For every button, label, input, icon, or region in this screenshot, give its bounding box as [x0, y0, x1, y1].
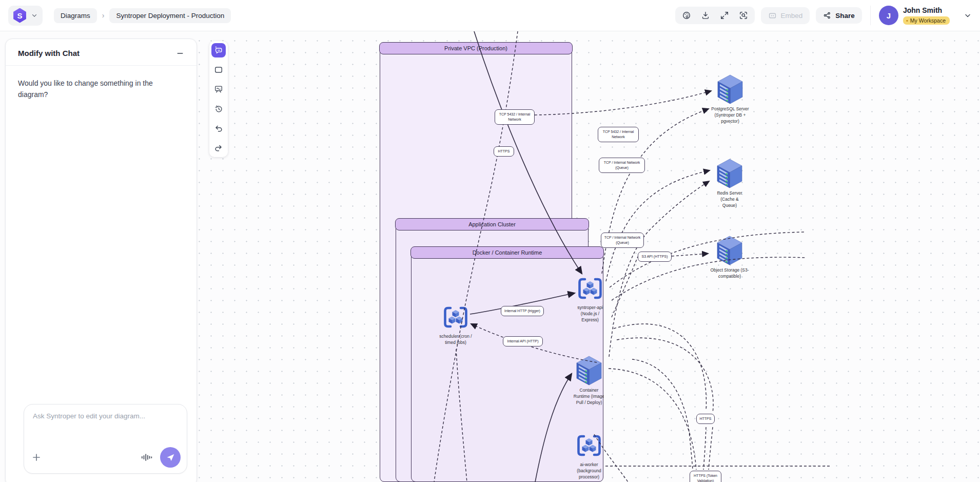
server-cube-icon: [715, 158, 744, 189]
account-chevron-icon[interactable]: [964, 11, 972, 20]
node-redis[interactable]: Redis Server (Cache & Queue): [714, 158, 746, 209]
share-button[interactable]: Share: [816, 7, 862, 24]
user-name: John Smith: [903, 6, 950, 15]
ai-chat-icon: [214, 46, 223, 55]
edge-label-internal-api[interactable]: Internal API (HTTP): [503, 336, 543, 346]
docker-node-layer: syntroper-api (Node.js / Express) schedu…: [411, 247, 604, 482]
container-cubes-icon: [442, 305, 469, 329]
undo-icon: [214, 124, 223, 133]
breadcrumb: Diagrams › Syntroper Deployment - Produc…: [54, 8, 231, 23]
server-cube-icon: [575, 355, 603, 386]
node-syntroper-api[interactable]: syntroper-api (Node.js / Express): [574, 277, 604, 323]
app-menu-button[interactable]: S: [8, 6, 43, 26]
node-label: PostgreSQL Server (Syntroper DB + pgvect…: [710, 106, 750, 125]
share-icon: [823, 11, 831, 20]
minus-icon: [176, 49, 184, 57]
server-cube-icon: [715, 235, 744, 266]
edge-label-tcp5432-1[interactable]: TCP 5432 / Internal Network: [495, 109, 535, 125]
chevron-down-icon: [31, 12, 38, 19]
node-label: Object Storage (S3-compatible): [709, 267, 750, 280]
chat-input-card: [24, 404, 187, 474]
node-postgresql[interactable]: PostgreSQL Server (Syntroper DB + pgvect…: [710, 74, 750, 125]
node-object-storage[interactable]: Object Storage (S3-compatible): [709, 235, 750, 280]
node-label: syntroper-api (Node.js / Express): [574, 305, 604, 323]
app-logo: S: [13, 8, 27, 23]
waveform-icon: [141, 452, 154, 463]
server-cube-icon: [716, 74, 744, 105]
send-icon: [166, 453, 175, 462]
avatar[interactable]: J: [879, 6, 898, 25]
container-application-cluster-title: Application Cluster: [395, 218, 589, 230]
theme-palette-icon[interactable]: [682, 11, 691, 20]
workspace-badge: • My Workspace: [903, 16, 950, 25]
modify-with-chat-panel: Modify with Chat Would you like to chang…: [5, 38, 197, 482]
chat-input[interactable]: [33, 412, 177, 444]
node-label: Redis Server (Cache & Queue): [714, 190, 746, 209]
workspace-label: My Workspace: [910, 17, 946, 24]
breadcrumb-diagrams[interactable]: Diagrams: [54, 8, 97, 23]
breadcrumb-separator: ›: [102, 11, 105, 20]
voice-input-button[interactable]: [141, 452, 154, 463]
tool-shape[interactable]: [211, 63, 226, 77]
minimize-panel-button[interactable]: [176, 49, 184, 57]
rectangle-icon: [214, 65, 223, 74]
chat-panel-title: Modify with Chat: [18, 49, 80, 57]
container-cubes-icon: [576, 434, 602, 457]
edge-label-https-2[interactable]: HTTPS: [696, 414, 715, 424]
scan-search-icon[interactable]: [739, 11, 748, 20]
node-label: scheduler (cron / timed jobs): [436, 334, 476, 346]
embed-button[interactable]: Embed: [761, 7, 810, 24]
assistant-message: Would you like to change something in th…: [6, 66, 170, 112]
workspace-dot: •: [906, 17, 908, 24]
tool-ai-chat[interactable]: [211, 43, 226, 57]
topbar: S Diagrams › Syntroper Deployment - Prod…: [0, 0, 980, 31]
page-title[interactable]: Syntroper Deployment - Production: [109, 8, 231, 23]
edge-label-tcp-queue-2[interactable]: TCP / Internal Network (Queue): [601, 233, 644, 248]
history-icon: [214, 104, 223, 113]
share-label: Share: [835, 12, 855, 20]
node-ai-worker[interactable]: ai-worker (background processor): [569, 434, 604, 480]
send-button[interactable]: [160, 447, 181, 468]
container-cubes-icon: [577, 277, 603, 300]
tool-redo[interactable]: [211, 141, 226, 155]
node-container-runtime[interactable]: Container Runtime (Image Pull / Deploy): [571, 355, 604, 406]
canvas-tools-group: [675, 7, 755, 24]
user-section[interactable]: J John Smith • My Workspace: [870, 6, 972, 25]
edge-label-s3-api[interactable]: S3 API (HTTPS): [638, 252, 672, 262]
node-label: ai-worker (background processor): [569, 462, 604, 480]
node-scheduler[interactable]: scheduler (cron / timed jobs): [436, 305, 476, 346]
edge-label-https-token[interactable]: HTTPS (Token Validation): [690, 471, 721, 482]
edge-label-tcp5432-2[interactable]: TCP 5432 / Internal Network: [598, 127, 639, 142]
container-private-vpc-title: Private VPC (Production): [379, 42, 572, 54]
edge-label-internal-http[interactable]: Internal HTTP (trigger): [501, 306, 544, 316]
plus-icon: [31, 452, 42, 462]
download-icon[interactable]: [701, 11, 710, 20]
tool-undo[interactable]: [211, 121, 226, 136]
presentation-icon: [214, 85, 223, 94]
redo-icon: [214, 143, 223, 152]
fullscreen-icon[interactable]: [720, 11, 729, 20]
node-label: Container Runtime (Image Pull / Deploy): [571, 388, 604, 406]
tool-history[interactable]: [211, 102, 226, 116]
edge-label-tcp-queue-1[interactable]: TCP / Internal Network (Queue): [599, 158, 645, 173]
attach-button[interactable]: [31, 452, 42, 462]
embed-icon: [768, 11, 777, 20]
tool-present[interactable]: [211, 82, 226, 97]
edge-label-https-1[interactable]: HTTPS: [494, 146, 514, 157]
embed-label: Embed: [781, 12, 803, 20]
canvas-toolbar: [209, 41, 228, 157]
